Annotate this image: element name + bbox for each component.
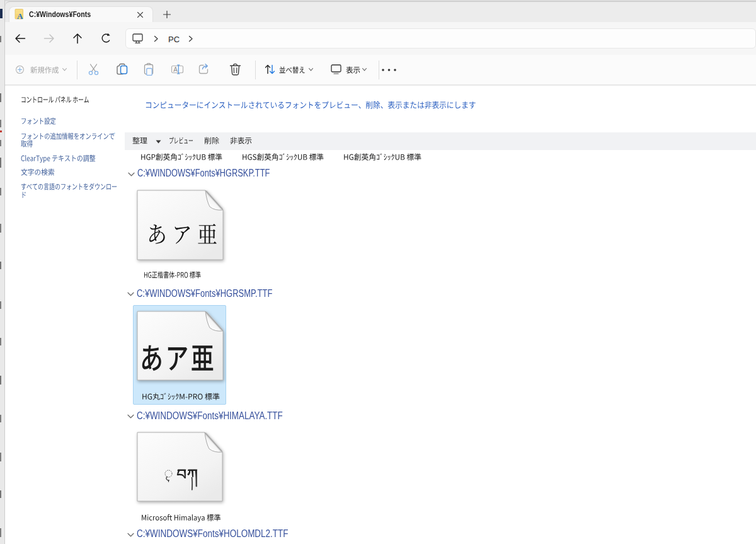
svg-text:A: A <box>17 11 23 20</box>
svg-text:A: A <box>173 66 178 73</box>
